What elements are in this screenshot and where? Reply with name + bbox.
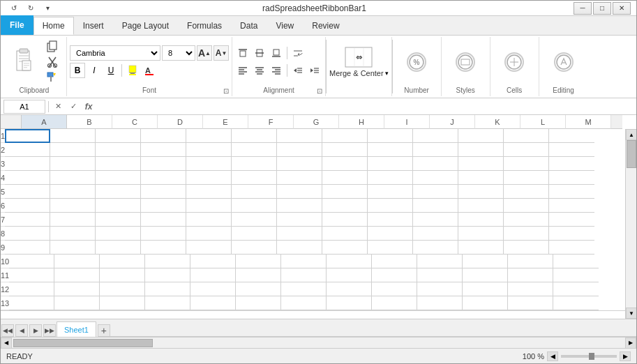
align-center-button[interactable] [252,63,267,78]
sheet-nav-prev[interactable]: ◀ [15,324,28,337]
cut-button[interactable] [43,55,62,69]
zoom-in-button[interactable]: ▶ [620,351,631,361]
highlight-color-button[interactable] [125,63,140,78]
cell-e1[interactable] [186,129,232,143]
tab-file[interactable]: File [1,15,33,35]
zoom-slider-track[interactable] [561,355,617,358]
cell-j1[interactable] [413,129,458,143]
number-format-button[interactable]: % [400,49,433,75]
cell-i1[interactable] [368,129,413,143]
cell-a1[interactable] [5,129,50,143]
sheet-nav-next[interactable]: ▶ [29,324,42,337]
cell-d1[interactable] [141,129,186,143]
formula-input[interactable] [98,100,634,114]
sheet-nav-last[interactable]: ▶▶ [43,324,56,337]
cell-c1[interactable] [96,129,141,143]
sheet-tabs-container: ◀◀ ◀ ▶ ▶▶ Sheet1 + [1,319,636,337]
font-size-increase-button[interactable]: A▲ [197,45,212,61]
font-color-button[interactable]: A [142,63,157,78]
horizontal-scrollbar[interactable]: ◀ ▶ [1,337,636,348]
font-expand-button[interactable]: ⊡ [222,86,230,95]
zoom-slider-thumb[interactable] [589,353,594,360]
cells-button[interactable] [498,49,530,75]
align-left-button[interactable] [235,63,250,78]
tab-home[interactable]: Home [33,17,74,35]
col-header-b[interactable]: B [67,115,112,129]
h-scroll-thumb[interactable] [13,339,153,347]
bold-button[interactable]: B [70,63,85,78]
underline-button[interactable]: U [103,63,119,78]
col-header-m[interactable]: M [566,115,611,129]
quick-access-dropdown[interactable]: ▾ [40,2,55,15]
styles-button[interactable] [449,49,481,75]
tab-formulas[interactable]: Formulas [178,17,231,35]
align-top-button[interactable] [235,45,250,61]
col-header-g[interactable]: G [294,115,339,129]
cell-b1[interactable] [50,129,96,143]
tab-data[interactable]: Data [231,17,267,35]
cell-m1[interactable] [549,129,594,143]
h-scroll-track[interactable] [13,339,624,347]
sheet-tab-sheet1[interactable]: Sheet1 [57,321,96,337]
tab-page-layout[interactable]: Page Layout [113,17,178,35]
cell-l1[interactable] [504,129,549,143]
col-header-a[interactable]: A [22,115,67,129]
cell-h1[interactable] [322,129,368,143]
col-header-j[interactable]: J [430,115,475,129]
formula-bar: A1 ✕ ✓ fx [1,98,636,115]
cell-k1[interactable] [458,129,504,143]
insert-function-button[interactable]: fx [82,100,95,113]
scroll-up-button[interactable]: ▲ [626,129,636,140]
vertical-scrollbar[interactable]: ▲ ▼ [625,129,636,319]
add-sheet-button[interactable]: + [98,324,110,337]
col-header-l[interactable]: L [520,115,566,129]
decrease-indent-button[interactable] [290,63,306,78]
font-size-select[interactable]: 8 [162,45,195,61]
editing-button[interactable] [548,49,580,75]
col-header-k[interactable]: K [475,115,520,129]
tab-insert[interactable]: Insert [74,17,113,35]
wrap-text-button[interactable] [290,45,306,61]
tab-view[interactable]: View [267,17,303,35]
formula-cancel-button[interactable]: ✕ [52,100,64,113]
sheet-nav-first[interactable]: ◀◀ [1,324,14,337]
col-header-c[interactable]: C [112,115,158,129]
cell-f1[interactable] [232,129,277,143]
merge-center-button[interactable]: Merge & Center ▾ [329,69,389,77]
scroll-track[interactable] [626,140,636,308]
styles-group-label: Styles [456,85,475,95]
format-painter-button[interactable] [43,70,62,84]
minimize-button[interactable]: ─ [574,2,592,15]
font-size-decrease-button[interactable]: A▼ [213,45,229,61]
close-button[interactable]: ✕ [613,2,631,15]
col-header-e[interactable]: E [203,115,248,129]
col-header-i[interactable]: I [384,115,430,129]
scroll-down-button[interactable]: ▼ [626,308,636,319]
font-family-select[interactable]: Cambria [70,45,160,61]
undo-button[interactable]: ↺ [6,2,22,15]
alignment-expand-button[interactable]: ⊡ [315,86,324,95]
align-middle-button[interactable] [252,45,267,61]
copy-button[interactable] [43,40,62,54]
formula-confirm-button[interactable]: ✓ [67,100,80,113]
increase-indent-button[interactable] [307,63,322,78]
align-right-button[interactable] [269,63,284,78]
column-header-row: A B C D E F G H I J K L M [1,115,636,129]
h-scroll-left-button[interactable]: ◀ [1,338,12,349]
zoom-out-button[interactable]: ◀ [547,351,558,361]
cell-g1[interactable] [277,129,322,143]
tab-review[interactable]: Review [303,17,348,35]
col-header-h[interactable]: H [339,115,384,129]
col-header-f[interactable]: F [248,115,294,129]
table-row: 7 [1,213,625,227]
redo-button[interactable]: ↻ [23,2,38,15]
col-header-d[interactable]: D [158,115,203,129]
cell-reference-input[interactable]: A1 [3,100,45,114]
scroll-thumb[interactable] [627,140,636,168]
italic-button[interactable]: I [87,63,102,78]
maximize-button[interactable]: □ [593,2,611,15]
paste-button[interactable] [6,40,41,84]
svg-rect-21 [145,74,153,75]
align-bottom-button[interactable] [269,45,284,61]
h-scroll-right-button[interactable]: ▶ [625,338,636,349]
